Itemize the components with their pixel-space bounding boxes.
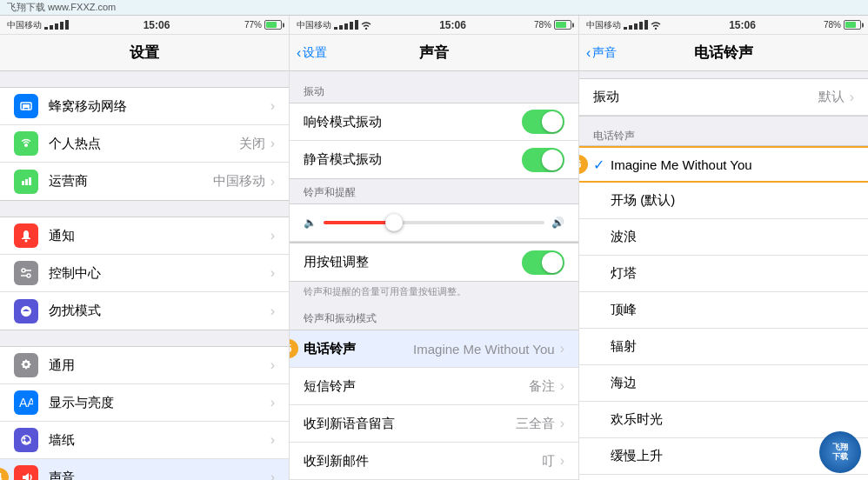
settings-item-wallpaper[interactable]: 墙纸 › (0, 422, 289, 459)
settings-item-ring-vibrate[interactable]: 响铃模式振动 (290, 103, 578, 141)
volume-slider-container[interactable]: 🔈 🔊 (290, 204, 578, 242)
group-spacer-3a (579, 71, 868, 78)
settings-item-sound[interactable]: 声音 › 4 (0, 459, 289, 480)
step4-circle: 4 (0, 468, 9, 480)
volume-slider-track[interactable] (324, 221, 544, 224)
carrier-2: 中国移动 (297, 19, 331, 31)
wallpaper-label: 墙纸 (49, 432, 270, 449)
phone-ringtone-label: 电话铃声 (304, 341, 413, 357)
voicemail-chevron: › (560, 416, 564, 431)
settings-item-phone-ringtone[interactable]: 电话铃声 Imagine Me Without You › 5 (290, 330, 578, 368)
battery-icon-2 (554, 20, 571, 30)
wallpaper-icon (14, 428, 38, 452)
nav-title-3: 电话铃声 (694, 43, 753, 63)
dnd-icon (14, 299, 38, 323)
use-button-toggle[interactable] (522, 250, 564, 275)
vibration-label-3: 振动 (593, 89, 818, 105)
rt-item-0[interactable]: 开场 (默认) (579, 183, 868, 219)
nav-back-3[interactable]: ‹ 声音 (586, 45, 617, 61)
svg-point-7 (27, 274, 30, 277)
settings-group-network: 蜂窝移动网络 › 个人热点 关闭 › 运营商 中国移动 (0, 87, 289, 201)
svg-point-13 (23, 437, 26, 440)
hotspot-icon (14, 131, 38, 156)
settings-item-hotspot[interactable]: 个人热点 关闭 › (0, 125, 289, 163)
panel-settings: 中国移动 15:06 77% 设置 (0, 16, 290, 480)
battery-fill-1 (266, 22, 277, 28)
voicemail-label: 收到新语音留言 (304, 416, 516, 432)
battery-area-3: 78% (824, 20, 861, 30)
vibration-row-3[interactable]: 振动 默认 › (579, 79, 868, 116)
settings-group-ringtones: 电话铃声 Imagine Me Without You › 5 短信铃声 备注 … (290, 330, 578, 480)
silent-vibrate-toggle[interactable] (522, 148, 564, 172)
slider-fill (324, 221, 394, 224)
dnd-chevron: › (270, 303, 275, 319)
phone-ringtone-chevron: › (560, 341, 564, 357)
rt-label-3: 顶峰 (611, 302, 854, 318)
rt-item-8[interactable]: 急板 (579, 475, 868, 480)
settings-item-new-mail[interactable]: 收到新邮件 叮 › (290, 443, 578, 480)
hint-text: 铃声和提醒的音量可用音量按钮调整。 (290, 282, 578, 305)
settings-list-2[interactable]: 振动 响铃模式振动 静音模式振动 铃声和提醒 (290, 71, 578, 480)
settings-item-control-center[interactable]: 控制中心 › (0, 255, 289, 292)
sms-ringtone-chevron: › (560, 378, 564, 394)
rt-item-selected[interactable]: ✓ Imagine Me Without You 6 (579, 146, 868, 183)
rt-group: ✓ Imagine Me Without You 6 开场 (默认) 波浪 灯塔 (579, 145, 868, 480)
settings-item-notifications[interactable]: 通知 › (0, 217, 289, 255)
ring-vibrate-label: 响铃模式振动 (304, 114, 522, 130)
carrier-3: 中国移动 (586, 19, 621, 31)
settings-item-general[interactable]: 通用 › (0, 347, 289, 384)
rt-label-7: 缓慢上升 (611, 448, 854, 464)
group-spacer-2a (290, 71, 578, 78)
rt-item-2[interactable]: 灯塔 (579, 256, 868, 292)
svg-point-6 (22, 269, 25, 272)
settings-item-use-button[interactable]: 用按钮调整 (290, 243, 578, 281)
rt-item-6[interactable]: 欢乐时光 (579, 402, 868, 438)
nav-back-2[interactable]: ‹ 设置 (297, 45, 327, 61)
section-ringtone-volume: 铃声和提醒 (290, 179, 578, 203)
step5-circle: 5 (290, 339, 298, 358)
rt-item-4[interactable]: 辐射 (579, 329, 868, 365)
back-label-3: 声音 (592, 45, 617, 61)
signal-area-3: 中国移动 (586, 19, 661, 31)
phone-ringtone-value: Imagine Me Without You (413, 342, 555, 357)
settings-item-silent-vibrate[interactable]: 静音模式振动 (290, 141, 578, 178)
new-mail-chevron: › (560, 453, 564, 469)
control-center-icon (14, 261, 38, 285)
wifi-icon-3 (651, 21, 661, 30)
nav-title-2: 声音 (419, 43, 449, 63)
nav-bar-1: 设置 (0, 35, 289, 71)
control-center-label: 控制中心 (49, 265, 270, 282)
settings-item-dnd[interactable]: 勿扰模式 › (0, 292, 289, 330)
sms-ringtone-label: 短信铃声 (304, 378, 529, 395)
back-chevron-3: ‹ (586, 45, 591, 61)
watermark-circle-text: 飞翔下载 (832, 443, 848, 462)
settings-group-notifications: 通知 › 控制中心 › 勿扰模式 › (0, 217, 289, 330)
new-mail-label: 收到新邮件 (304, 453, 542, 470)
carrier-label: 运营商 (49, 173, 213, 190)
rt-item-5[interactable]: 海边 (579, 365, 868, 402)
settings-list-1[interactable]: 蜂窝移动网络 › 个人热点 关闭 › 运营商 中国移动 (0, 71, 289, 480)
ringtone-list[interactable]: 振动 默认 › 电话铃声 ✓ Imagine Me Without You 6 (579, 71, 868, 480)
settings-item-sms-ringtone[interactable]: 短信铃声 备注 › (290, 368, 578, 405)
nav-title-1: 设置 (130, 43, 159, 63)
back-label-2: 设置 (303, 45, 327, 61)
rt-item-1[interactable]: 波浪 (579, 219, 868, 256)
ring-vibrate-toggle[interactable] (522, 110, 564, 134)
settings-item-voicemail[interactable]: 收到新语音留言 三全音 › (290, 405, 578, 443)
battery-fill-2 (556, 22, 566, 28)
settings-group-general: 通用 › AA 显示与亮度 › 墙纸 › (0, 346, 289, 480)
rt-label-0: 开场 (默认) (611, 192, 854, 209)
dnd-label: 勿扰模式 (49, 303, 270, 319)
settings-item-carrier[interactable]: 运营商 中国移动 › (0, 163, 289, 200)
vibration-chevron-3: › (850, 90, 854, 105)
settings-item-cellular[interactable]: 蜂窝移动网络 › (0, 88, 289, 125)
wallpaper-chevron: › (270, 432, 275, 448)
settings-item-display[interactable]: AA 显示与亮度 › (0, 384, 289, 422)
signal-dots-3 (624, 20, 648, 30)
slider-thumb[interactable] (385, 214, 403, 231)
rt-item-3[interactable]: 顶峰 (579, 292, 868, 329)
battery-area-2: 78% (534, 20, 571, 30)
rt-label-2: 灯塔 (611, 265, 854, 282)
carrier-chevron: › (270, 174, 275, 190)
display-label: 显示与亮度 (49, 395, 270, 411)
